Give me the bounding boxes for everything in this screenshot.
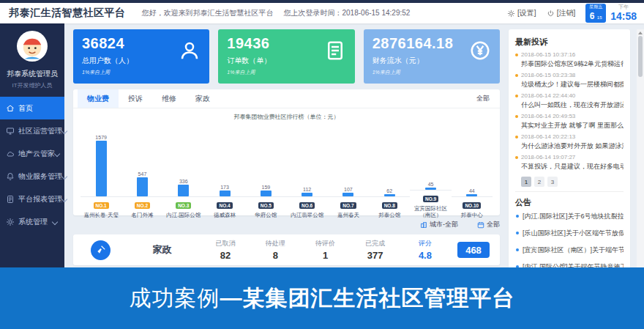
sidebar-user-name: 邦泰系统管理员 [0,69,64,79]
filter-row: 城市-全部 全部 [73,220,500,229]
sidebar-item-estate-cloud[interactable]: 地产云管家 [0,142,64,165]
bullet-icon [516,215,519,218]
complaint-item[interactable]: 2018-06-15 03:23:38垃圾桶太少！建议每一层楼梯间都摆放一个..… [515,72,624,89]
chart-bar-column[interactable]: 159NO.5华府公馆 [245,129,286,218]
announcements-title: 公告 [515,197,624,208]
scroll-up-arrow-icon[interactable] [638,32,643,34]
gear-icon [6,218,15,226]
sidebar-item-property-service[interactable]: 物业服务管理 [0,165,64,188]
bar-category-label: 德威森林 [204,212,245,218]
chart-bar-column[interactable]: 44NO.10邦泰中心 [452,129,493,218]
doc-icon [324,40,346,62]
sidebar-item-label: 首页 [18,103,33,114]
chart-bar-column[interactable]: 547NO.2名门外滩 [121,129,162,218]
bullet-icon [515,74,518,77]
page-button-2[interactable]: 2 [534,177,544,187]
bar-category-label: 宜宾国际社区（南区） [410,205,451,219]
bar-value: 107 [344,187,353,192]
date-widget: 星期五 6 15 [585,4,606,23]
sidebar-item-label: 地产云管家 [18,149,55,159]
complaints-pagination: 123 [521,177,624,187]
complaint-text: 不算投诉，只是建议，现在好多电动车从负... [521,162,624,171]
announcement-item[interactable]: [内江.国际社区]关于6号地块抗裂拉伸板使... [515,212,624,221]
app-title: 邦泰汇生活智慧社区平台 [9,7,126,20]
bullet-icon [515,115,518,118]
settings-button[interactable]: [设置] [507,8,536,18]
banner-prefix: 成功案例 [130,284,220,314]
chart-bar-column[interactable]: 1579NO.1嘉州长卷·天玺 [80,129,121,218]
complaint-time: 2018-06-15 10:37:16 [521,51,575,58]
chart-bar-column[interactable]: 107NO.7嘉州春天 [328,129,369,218]
bar-category-label: 华府公馆 [245,212,286,218]
bar-value: 336 [179,179,188,184]
service-col-label: 待评价 [300,240,350,247]
chart-bar-column[interactable]: 336NO.3内江.国际公馆 [163,129,204,218]
announcements-list: [内江.国际社区]关于6号地块抗裂拉伸板使...[乐山国际社区]关于小区端午节放… [515,212,624,272]
complaint-item[interactable]: 2018-06-14 19:07:27不算投诉，只是建议，现在好多电动车从负..… [515,154,624,171]
user-icon [179,40,201,62]
chart-bar-column[interactable]: 62NO.8邦泰公馆 [369,129,410,218]
tab-filter-all-button[interactable]: 全部 [467,94,495,103]
complaint-text: 邦泰国际公馆东区9栋2单元货梯运行到18... [521,59,624,69]
service-col-value: 1 [300,251,350,260]
logout-button[interactable]: [注销] [547,8,576,18]
avatar [17,31,48,62]
city-filter-button[interactable]: 城市-全部 [420,220,458,229]
tab-投诉[interactable]: 投诉 [119,89,152,108]
date-filter-label: 全部 [487,220,500,229]
complaint-item[interactable]: 2018-06-14 20:49:53其实对业主开放 就够了啊 里面那么多小孩.… [515,113,624,130]
stat-note: 1%来自上周 [372,69,491,76]
chart-bar-column[interactable]: 173NO.4德威森林 [204,129,245,218]
bar-value: 173 [220,185,229,190]
sidebar-item-home[interactable]: 首页 [0,97,64,119]
chart-tabs: 物业费投诉维修家政全部 [73,89,500,108]
bullet-icon [515,136,518,138]
rank-badge: NO.6 [299,202,315,209]
complaint-item[interactable]: 2018-06-15 10:37:16邦泰国际公馆东区9栋2单元货梯运行到18.… [515,51,624,69]
cloud-icon [6,149,15,158]
date-sub: 15 [597,15,602,20]
complaint-item[interactable]: 2018-06-14 20:22:13为什么游泳池要对外开放 如果游泳池对业..… [515,133,624,151]
date-day: 6 [590,11,595,21]
chart-bar-column[interactable]: 45NO.9宜宾国际社区（南区） [410,122,451,219]
tab-家政[interactable]: 家政 [186,89,220,108]
bar-value: 45 [428,182,434,187]
rank-badge: NO.1 [94,202,109,209]
bar [137,177,148,196]
bullet-icon [516,248,519,251]
service-col-value: 8 [250,251,300,260]
tab-filter-all-label: 全部 [476,94,490,103]
bell-icon [6,172,15,181]
date-filter-button[interactable]: 全部 [477,220,500,229]
sidebar-item-community-ops[interactable]: 社区运营管理 [0,119,64,142]
sidebar-item-system[interactable]: 系统管理 [0,210,64,233]
sidebar-item-platform-reports[interactable]: 平台报表管理 [0,188,64,210]
greeting-text: 您好，欢迎来到邦泰汇生活智慧社区平台 [142,8,274,18]
page-button-1[interactable]: 1 [521,177,531,187]
sidebar-user-role: IT开发维护人员 [0,81,64,89]
scrollbar-thumb[interactable] [638,36,643,77]
tab-物业费[interactable]: 物业费 [78,89,119,108]
announcement-item[interactable]: [乐山国际社区]关于小区端午节放假的温馨... [515,229,624,238]
page-button-3[interactable]: 3 [547,177,558,187]
stat-card: 19436订单数（单）1%来自上周 [218,29,354,84]
chart-bar-column[interactable]: 112NO.6内江翡翠公馆 [286,129,327,218]
service-row-家政[interactable]: 家政已取消82待处理8待评价1已完成377评分4.8468 [73,234,500,265]
service-col-value: 377 [351,251,400,260]
announcement-item[interactable]: [宜宾国际社区（南区）]关于端午节期间停... [515,245,624,255]
bar-category-label: 名门外滩 [121,212,162,218]
bar [384,194,395,196]
announcement-text: [内江.国际社区]关于6号地块抗裂拉伸板使... [523,212,624,221]
rank-badge: NO.8 [382,202,397,209]
stat-cards: 36824总用户数（人）1%来自上周19436订单数（单）1%来自上周28761… [73,29,500,84]
complaint-text: 什么叫一如既往，现在没有开放游泳池，小... [521,100,624,110]
complaint-item[interactable]: 2018-06-14 22:44:40什么叫一如既往，现在没有开放游泳池，小..… [515,92,624,110]
dashboard-root: 邦泰汇生活智慧社区平台 您好，欢迎来到邦泰汇生活智慧社区平台 您上次登录时间：2… [0,0,644,329]
complaint-time: 2018-06-14 22:44:40 [521,92,575,99]
rank-badge: NO.7 [340,202,356,209]
tab-维修[interactable]: 维修 [152,89,186,108]
announcement-text: [宜宾国际社区（南区）]关于端午节期间停... [523,245,624,255]
time-widget: 下午 14:58 [610,4,637,22]
rank-badge: NO.10 [463,202,481,209]
chevron-down-icon [52,218,58,224]
